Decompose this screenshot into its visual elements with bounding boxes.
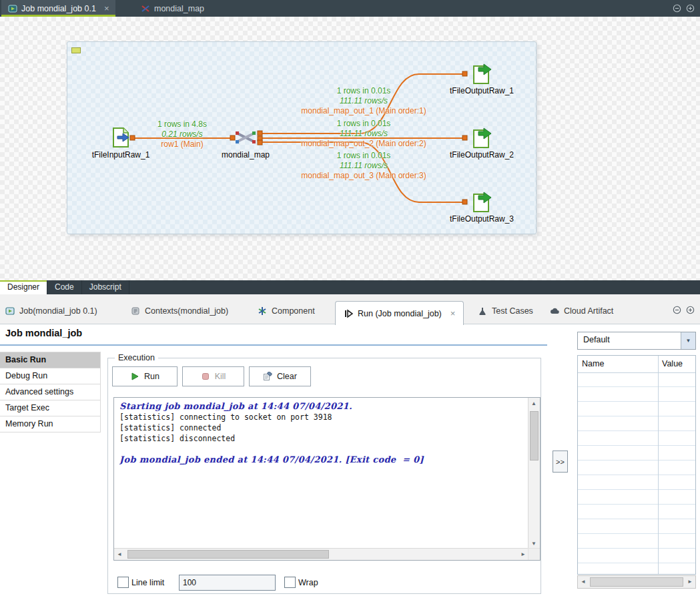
tab-cloud-artifact[interactable]: Cloud Artifact [550, 306, 613, 316]
scrollbar-thumb[interactable] [590, 577, 683, 587]
editor-tab-label: Job mondial_job 0.1 [21, 4, 96, 13]
scroll-left-icon[interactable]: ◄ [114, 549, 125, 559]
console-vertical-scrollbar[interactable]: ▲ ▼ [528, 398, 540, 549]
line-limit-input[interactable] [179, 575, 276, 591]
connection-label[interactable]: mondial_map_out_1 (Main order:1) [297, 107, 430, 115]
table-header: Name Value [578, 356, 695, 373]
tab-contexts-view[interactable]: Contexts(mondial_job) [131, 306, 228, 316]
sidebar-item-debug-run[interactable]: Debug Run [0, 368, 101, 384]
tab-job-view[interactable]: Job(mondial_job 0.1) [5, 306, 97, 316]
component-label[interactable]: tFileOutputRaw_2 [438, 150, 526, 160]
view-tab-bar: Job(mondial_job 0.1) Contexts(mondial_jo… [0, 294, 700, 324]
row-count-label: 1 rows in 0.01s [297, 152, 430, 160]
component-tfileoutputraw-1[interactable] [471, 63, 492, 85]
connection-label[interactable]: mondial_map_out_2 (Main order:2) [297, 139, 430, 148]
row-rate-label: 111.11 rows/s [297, 162, 430, 170]
note-sticky[interactable] [71, 47, 81, 53]
scroll-right-icon[interactable]: ► [685, 576, 695, 587]
run-view-icon [344, 309, 353, 318]
console-horizontal-scrollbar[interactable]: ◄ ► [114, 548, 529, 560]
run-view-title: Job mondial_job [5, 328, 82, 338]
component-tfileoutputraw-3[interactable] [471, 192, 492, 213]
scrollbar-thumb[interactable] [127, 550, 329, 559]
editor-tab-map[interactable]: mondial_map [134, 0, 211, 17]
run-button-label: Run [144, 372, 159, 381]
component-label[interactable]: tFileOutputRaw_3 [438, 214, 526, 224]
component-label[interactable]: tFileInputRaw_1 [75, 150, 166, 160]
view-bar-buttons [673, 306, 695, 314]
context-selector[interactable]: Default ▼ [577, 332, 696, 350]
editor-bar-buttons [673, 0, 695, 17]
test-cases-icon [478, 306, 487, 316]
component-tfileinputraw[interactable] [110, 127, 131, 148]
close-icon[interactable]: × [104, 4, 109, 13]
maximize-icon[interactable] [686, 4, 695, 13]
console-output: Starting job mondial_job at 14:44 07/04/… [119, 401, 525, 545]
component-tmap[interactable] [235, 127, 256, 148]
context-table-scrollbar[interactable]: ◄ ► [577, 575, 696, 589]
connection-label[interactable]: mondial_map_out_3 (Main order:3) [297, 172, 430, 180]
component-label[interactable]: tFileOutputRaw_1 [438, 86, 526, 95]
kill-stop-icon [201, 372, 210, 381]
table-rows-empty[interactable] [578, 372, 695, 574]
editor-tab-label: mondial_map [154, 4, 204, 13]
run-sidebar: Basic Run Debug Run Advanced settings Ta… [0, 352, 101, 432]
minimize-icon[interactable] [673, 4, 681, 13]
context-selector-value: Default [583, 332, 610, 348]
component-label[interactable]: mondial_map [208, 150, 283, 160]
kill-button-label: Kill [215, 372, 226, 381]
expand-panel-button[interactable]: >> [553, 451, 568, 473]
row-rate-label: 0.21 rows/s [129, 130, 235, 139]
contexts-icon [131, 306, 140, 316]
line-limit-checkbox[interactable] [117, 577, 129, 588]
run-button[interactable]: Run [112, 366, 178, 386]
column-header-value[interactable]: Value [662, 356, 683, 372]
component-icon [258, 306, 267, 316]
column-header-name[interactable]: Name [582, 356, 604, 372]
context-variables-table[interactable]: Name Value [577, 355, 696, 575]
execution-console[interactable]: Starting job mondial_job at 14:44 07/04/… [113, 397, 541, 561]
minimize-icon[interactable] [673, 306, 681, 314]
tab-component-view[interactable]: Component [258, 306, 315, 316]
row-count-label: 1 rows in 0.01s [297, 119, 430, 128]
console-line: [statistics] connecting to socket on por… [119, 412, 525, 422]
clear-console-icon [263, 372, 272, 381]
maximize-icon[interactable] [686, 306, 695, 314]
component-tfileoutputraw-2[interactable] [471, 127, 492, 149]
scroll-up-icon[interactable]: ▲ [529, 398, 539, 408]
wrap-checkbox[interactable] [284, 577, 296, 588]
tab-jobscript[interactable]: Jobscript [82, 280, 129, 294]
tab-code[interactable]: Code [47, 280, 82, 294]
tab-test-cases[interactable]: Test Cases [478, 306, 533, 316]
column-divider [658, 356, 659, 574]
console-line: Starting job mondial_job at 14:44 07/04/… [119, 401, 525, 412]
console-line: [statistics] connected [119, 422, 525, 433]
editor-tab-bar: Job mondial_job 0.1 × mondial_map [0, 0, 700, 17]
kill-button[interactable]: Kill [182, 366, 244, 386]
sidebar-item-basic-run[interactable]: Basic Run [0, 352, 101, 368]
sidebar-item-target-exec[interactable]: Target Exec [0, 400, 101, 416]
cloud-icon [550, 306, 559, 316]
chevron-down-icon[interactable]: ▼ [681, 332, 695, 349]
scrollbar-thumb[interactable] [530, 411, 539, 461]
row-count-label: 1 rows in 4.8s [129, 120, 235, 129]
row-count-label: 1 rows in 0.01s [297, 87, 430, 95]
tmap-icon [141, 4, 150, 13]
tab-designer[interactable]: Designer [0, 280, 47, 294]
file-output-raw-icon [471, 63, 492, 85]
editor-tab-job[interactable]: Job mondial_job 0.1 × [1, 0, 115, 17]
clear-button[interactable]: Clear [249, 366, 311, 386]
scroll-down-icon[interactable]: ▼ [529, 538, 539, 549]
tab-run-view[interactable]: Run (Job mondial_job) × [335, 301, 464, 325]
scroll-right-icon[interactable]: ► [518, 549, 529, 559]
sidebar-item-advanced-settings[interactable]: Advanced settings [0, 384, 101, 400]
row-rate-label: 111.11 rows/s [297, 97, 430, 105]
sidebar-item-memory-run[interactable]: Memory Run [0, 416, 101, 432]
close-icon[interactable]: × [450, 308, 456, 318]
scroll-left-icon[interactable]: ◄ [578, 576, 589, 587]
execution-group-legend: Execution [115, 353, 158, 362]
title-underline [0, 344, 547, 346]
job-icon [8, 4, 17, 13]
connection-label[interactable]: row1 (Main) [129, 140, 235, 149]
design-canvas[interactable]: tFileInputRaw_1 mondial_map tFileOutputR… [0, 17, 700, 280]
